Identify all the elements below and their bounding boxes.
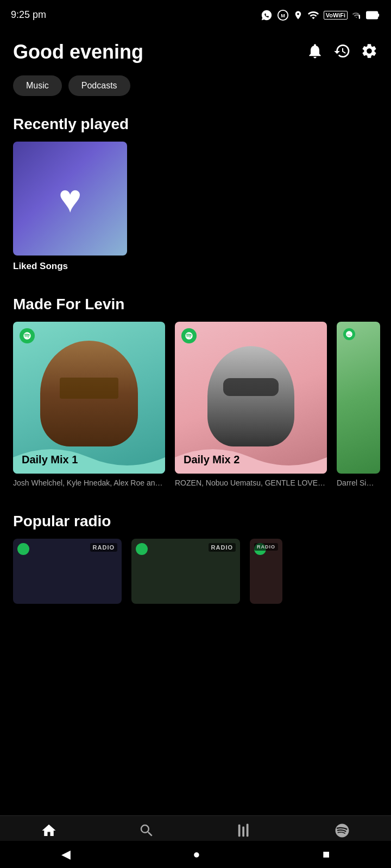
filter-podcasts[interactable]: Podcasts <box>68 75 130 96</box>
page-title: Good evening <box>13 41 143 63</box>
daily-mix-3-cover <box>337 322 380 474</box>
daily-mix-1-label: Daily Mix 1 <box>22 454 78 466</box>
vowifi-badge: VoWiFi <box>324 11 348 20</box>
battery-icon <box>366 9 380 21</box>
header: Good evening <box>0 30 391 69</box>
android-nav-bar: ◀ ● ■ <box>0 841 391 868</box>
svg-rect-2 <box>359 15 360 19</box>
android-home-button[interactable]: ● <box>193 847 200 861</box>
liked-songs-card[interactable]: ♥ Liked Songs <box>13 142 127 272</box>
radio-label-badge-3: RADIO <box>254 543 278 551</box>
radio-spotify-badge-1 <box>17 543 29 555</box>
status-bar: 9:25 pm M VoWiFi <box>0 0 391 30</box>
filter-music[interactable]: Music <box>13 75 62 96</box>
radio-cards-row: RADIO RADIO RADIO <box>0 539 391 604</box>
spotify-badge-1 <box>20 328 35 343</box>
settings-button[interactable] <box>361 42 378 62</box>
svg-rect-7 <box>242 827 244 837</box>
made-for-section: Made For Levin <box>0 283 391 489</box>
made-for-scroll: Daily Mix 1 Josh Whelchel, Kyle Hnedak, … <box>0 322 391 489</box>
popular-radio-title: Popular radio <box>0 500 391 539</box>
daily-mix-1-cover: Daily Mix 1 <box>13 322 165 474</box>
recently-played-section: Recently played ♥ Liked Songs <box>0 103 391 272</box>
android-recent-button[interactable]: ■ <box>323 847 330 861</box>
liked-songs-cover: ♥ <box>13 142 127 256</box>
heart-icon: ♥ <box>59 179 82 218</box>
daily-mix-1-card[interactable]: Daily Mix 1 Josh Whelchel, Kyle Hnedak, … <box>13 322 165 489</box>
location-icon <box>293 9 303 21</box>
notifications-button[interactable] <box>306 42 324 62</box>
radio-label-badge-1: RADIO <box>90 543 117 552</box>
premium-spotify-icon <box>334 822 350 841</box>
person-art-2 <box>207 346 294 446</box>
radio-card-2[interactable]: RADIO <box>131 539 240 604</box>
status-time: 9:25 pm <box>11 9 46 21</box>
motorola-icon: M <box>277 9 289 21</box>
liked-songs-label: Liked Songs <box>13 261 127 272</box>
svg-rect-8 <box>247 824 249 837</box>
svg-text:M: M <box>281 12 285 18</box>
daily-mix-2-label: Daily Mix 2 <box>184 454 239 466</box>
daily-mix-2-cover: Daily Mix 2 <box>175 322 327 474</box>
radio-spotify-badge-2 <box>136 543 148 555</box>
daily-mix-3-card[interactable]: Darrel Simno... <box>337 322 380 489</box>
radio-label-badge-2: RADIO <box>209 543 236 552</box>
radio-card-1[interactable]: RADIO <box>13 539 122 604</box>
whatsapp-icon <box>261 9 273 21</box>
filter-tabs: Music Podcasts <box>0 69 391 103</box>
svg-rect-5 <box>377 14 379 17</box>
search-icon <box>138 822 155 841</box>
radio-card-3[interactable]: RADIO <box>250 539 282 604</box>
svg-rect-6 <box>238 825 241 837</box>
android-back-button[interactable]: ◀ <box>61 847 71 861</box>
made-for-title: Made For Levin <box>0 283 391 322</box>
library-icon <box>236 822 253 841</box>
popular-radio-section: Popular radio RADIO RADIO RADIO <box>0 500 391 604</box>
daily-mix-2-card[interactable]: Daily Mix 2 ROZEN, Nobuo Uematsu, GENTLE… <box>175 322 327 489</box>
person-art-1 <box>40 341 138 446</box>
status-icons: M VoWiFi <box>261 9 380 21</box>
spotify-badge-2 <box>181 328 197 343</box>
liked-songs-container: ♥ Liked Songs <box>0 142 391 272</box>
daily-mix-1-subtitle: Josh Whelchel, Kyle Hnedak, Alex Roe and… <box>13 478 165 489</box>
wifi-icon <box>307 9 319 21</box>
home-icon <box>41 822 57 841</box>
spotify-badge-3 <box>343 328 355 340</box>
daily-mix-2-subtitle: ROZEN, Nobuo Uematsu, GENTLE LOVE and mo… <box>175 478 327 489</box>
history-button[interactable] <box>333 42 351 62</box>
header-actions <box>306 42 378 62</box>
recently-played-title: Recently played <box>0 103 391 142</box>
signal-icon <box>352 9 362 21</box>
daily-mix-3-subtitle: Darrel Simno... <box>337 478 380 489</box>
svg-rect-4 <box>368 12 373 17</box>
